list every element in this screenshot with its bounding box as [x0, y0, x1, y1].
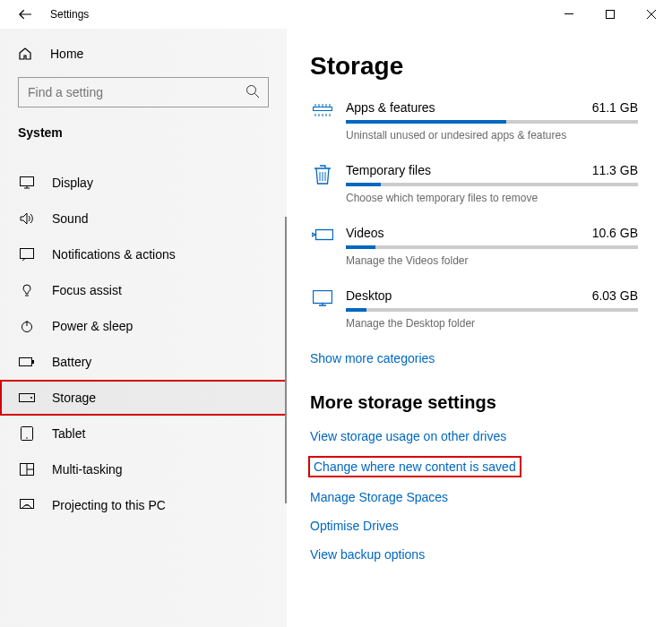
sidebar-item-label: Tablet [52, 426, 85, 441]
storage-item-desc: Manage the Desktop folder [346, 317, 638, 330]
section-heading: System [0, 120, 287, 149]
storage-item-icon [310, 288, 335, 306]
sidebar-item-projecting[interactable]: Projecting to this PC [0, 487, 287, 523]
focus-assist-icon [18, 283, 36, 297]
projecting-icon [18, 499, 36, 511]
svg-rect-15 [314, 291, 332, 304]
storage-item-desc: Choose which temporary files to remove [346, 192, 638, 204]
sidebar-item-label: Projecting to this PC [52, 498, 166, 512]
svg-point-10 [26, 437, 28, 439]
notifications-icon [18, 248, 36, 261]
sidebar-item-label: Storage [52, 391, 96, 405]
svg-point-8 [30, 397, 32, 399]
sidebar-item-display[interactable]: Display [0, 165, 287, 201]
show-more-categories-link[interactable]: Show more categories [310, 351, 638, 365]
sidebar: Home System Display Sound [0, 29, 287, 627]
svg-rect-12 [21, 500, 34, 509]
sidebar-item-focus-assist[interactable]: Focus assist [0, 272, 287, 308]
storage-item-icon [310, 163, 335, 185]
sidebar-item-sound[interactable]: Sound [0, 201, 287, 236]
sidebar-item-label: Sound [52, 211, 88, 226]
home-link[interactable]: Home [0, 39, 287, 68]
page-title: Storage [310, 52, 638, 81]
arrow-left-icon [19, 8, 31, 21]
storage-item-size: 61.1 GB [592, 100, 638, 115]
window-controls [548, 0, 672, 29]
storage-item[interactable]: Apps & features61.1 GB Uninstall unused … [310, 100, 638, 142]
storage-item-icon [310, 226, 335, 242]
svg-point-1 [247, 86, 256, 95]
sidebar-item-label: Battery [52, 355, 91, 369]
storage-item-name: Apps & features [346, 100, 435, 115]
svg-rect-0 [607, 11, 615, 19]
storage-item-icon [310, 100, 335, 118]
search-wrap [18, 77, 269, 107]
more-settings-link[interactable]: Optimise Drives [310, 519, 638, 533]
home-icon [18, 47, 36, 61]
window-title: Settings [50, 8, 89, 21]
storage-item-name: Videos [346, 226, 384, 240]
more-settings-link[interactable]: Manage Storage Spaces [310, 490, 638, 504]
main-content: Storage Apps & features61.1 GB Uninstall… [287, 29, 672, 627]
close-icon [647, 10, 656, 19]
sidebar-item-label: Power & sleep [52, 319, 133, 333]
storage-item-desc: Uninstall unused or undesired apps & fea… [346, 129, 638, 142]
svg-rect-13 [314, 107, 332, 111]
minimize-button[interactable] [548, 0, 590, 29]
more-settings-link[interactable]: View backup options [310, 547, 638, 562]
storage-item-bar [346, 183, 638, 186]
search-icon [246, 84, 260, 99]
sidebar-item-label: Multi-tasking [52, 462, 123, 477]
sidebar-item-power-sleep[interactable]: Power & sleep [0, 308, 287, 344]
sidebar-item-multitasking[interactable]: Multi-tasking [0, 451, 287, 487]
storage-item-name: Temporary files [346, 163, 431, 177]
scrollbar[interactable] [285, 217, 287, 503]
tablet-icon [18, 426, 36, 441]
storage-icon [18, 393, 36, 402]
power-icon [18, 319, 36, 333]
battery-icon [18, 356, 36, 367]
sidebar-item-tablet[interactable]: Tablet [0, 416, 287, 451]
multitasking-icon [18, 463, 36, 476]
maximize-icon [606, 10, 615, 19]
sidebar-item-label: Notifications & actions [52, 247, 176, 262]
storage-item-bar [346, 245, 638, 249]
sidebar-item-battery[interactable]: Battery [0, 344, 287, 380]
storage-item-bar [346, 308, 638, 312]
sidebar-item-label: Focus assist [52, 283, 122, 297]
minimize-icon [564, 10, 573, 19]
titlebar: Settings [0, 0, 672, 29]
storage-item[interactable]: Temporary files11.3 GB Choose which temp… [310, 163, 638, 204]
sidebar-item-notifications[interactable]: Notifications & actions [0, 236, 287, 272]
back-button[interactable] [14, 8, 36, 21]
storage-item[interactable]: Videos10.6 GB Manage the Videos folder [310, 226, 638, 267]
nav-list: Display Sound Notifications & actions Fo… [0, 165, 287, 523]
more-settings-link[interactable]: View storage usage on other drives [310, 429, 638, 443]
storage-item-bar [346, 120, 638, 124]
storage-item-name: Desktop [346, 288, 392, 303]
more-storage-settings-heading: More storage settings [310, 392, 638, 413]
sound-icon [18, 212, 36, 225]
svg-rect-5 [20, 358, 32, 366]
svg-rect-2 [21, 177, 34, 186]
svg-rect-6 [32, 360, 34, 364]
storage-item-size: 11.3 GB [592, 163, 638, 177]
sidebar-item-label: Display [52, 176, 93, 190]
home-label: Home [50, 47, 83, 61]
svg-rect-3 [21, 249, 34, 259]
storage-item-size: 6.03 GB [592, 288, 638, 303]
sidebar-item-storage[interactable]: Storage [0, 380, 287, 416]
maximize-button[interactable] [590, 0, 631, 29]
more-settings-link[interactable]: Change where new content is saved [310, 458, 638, 476]
svg-rect-14 [316, 230, 333, 240]
display-icon [18, 176, 36, 189]
storage-item-size: 10.6 GB [592, 226, 638, 240]
search-input[interactable] [18, 77, 269, 107]
storage-item[interactable]: Desktop6.03 GB Manage the Desktop folder [310, 288, 638, 330]
storage-item-desc: Manage the Videos folder [346, 254, 638, 267]
close-button[interactable] [631, 0, 672, 29]
